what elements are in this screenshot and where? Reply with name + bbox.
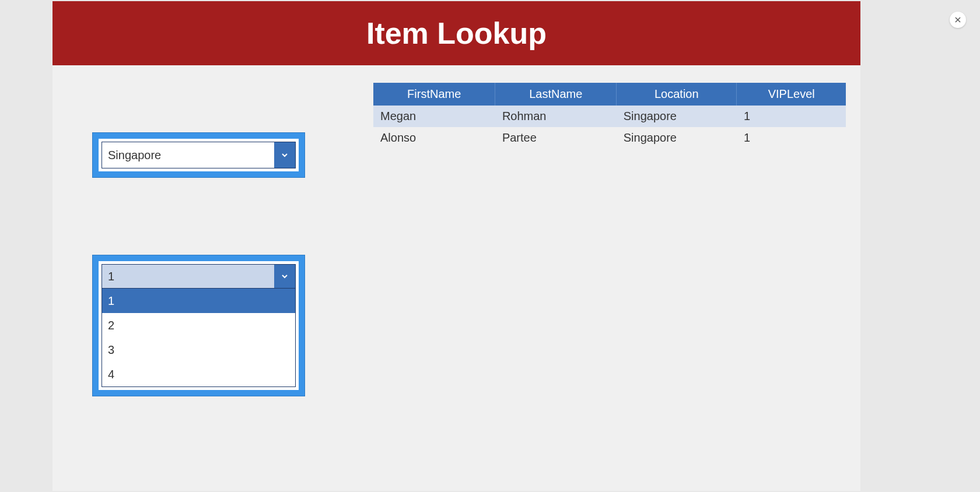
cell-lastname: Partee xyxy=(495,127,617,149)
viplevel-option-3[interactable]: 3 xyxy=(102,338,295,362)
cell-firstname: Megan xyxy=(373,106,495,127)
col-location[interactable]: Location xyxy=(617,83,737,106)
modal-header: Item Lookup xyxy=(52,1,860,65)
close-button[interactable] xyxy=(950,12,966,28)
modal-content: Singapore 1 1 2 xyxy=(52,65,860,100)
cell-viplevel: 1 xyxy=(737,106,846,127)
location-dropdown-value: Singapore xyxy=(102,142,274,168)
modal-title: Item Lookup xyxy=(366,16,547,51)
viplevel-dropdown[interactable]: 1 xyxy=(102,264,296,289)
cell-location: Singapore xyxy=(617,127,737,149)
location-dropdown-frame: Singapore xyxy=(92,132,305,178)
col-viplevel[interactable]: VIPLevel xyxy=(737,83,846,106)
col-firstname[interactable]: FirstName xyxy=(373,83,495,106)
chevron-down-icon xyxy=(274,265,295,288)
item-lookup-modal: Item Lookup Singapore 1 xyxy=(52,1,860,491)
table-row[interactable]: Alonso Partee Singapore 1 xyxy=(373,127,846,149)
location-dropdown-inner: Singapore xyxy=(99,139,299,171)
cell-lastname: Rohman xyxy=(495,106,617,127)
col-lastname[interactable]: LastName xyxy=(495,83,617,106)
cell-location: Singapore xyxy=(617,106,737,127)
chevron-down-icon xyxy=(274,142,295,168)
viplevel-option-4[interactable]: 4 xyxy=(102,362,295,386)
table-row[interactable]: Megan Rohman Singapore 1 xyxy=(373,106,846,127)
viplevel-dropdown-inner: 1 1 2 3 4 xyxy=(99,261,299,390)
viplevel-dropdown-options: 1 2 3 4 xyxy=(102,289,296,387)
cell-firstname: Alonso xyxy=(373,127,495,149)
viplevel-dropdown-value: 1 xyxy=(102,265,274,288)
viplevel-dropdown-frame: 1 1 2 3 4 xyxy=(92,255,305,396)
cell-viplevel: 1 xyxy=(737,127,846,149)
results-table: FirstName LastName Location VIPLevel Meg… xyxy=(373,83,846,149)
close-icon xyxy=(954,16,962,24)
viplevel-option-2[interactable]: 2 xyxy=(102,313,295,338)
table-header-row: FirstName LastName Location VIPLevel xyxy=(373,83,846,106)
location-dropdown[interactable]: Singapore xyxy=(102,142,296,168)
viplevel-option-1[interactable]: 1 xyxy=(102,289,295,313)
